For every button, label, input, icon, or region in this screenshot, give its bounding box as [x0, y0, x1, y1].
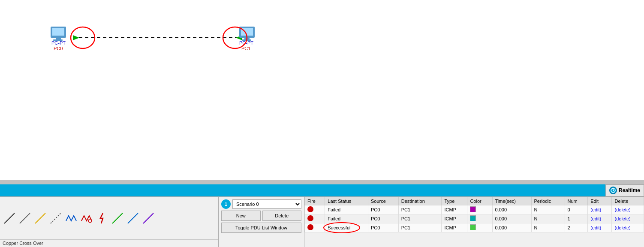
tool-purple-line[interactable] [141, 211, 155, 225]
fire-dot-0 [307, 206, 313, 212]
pdu-scenario-panel: 1 Scenario 0 New Delete Toggle PDU List … [219, 197, 304, 247]
pdu-table-panel: Fire Last Status Source Destination Type… [304, 197, 644, 247]
svg-line-6 [51, 213, 61, 223]
col-fire: Fire [305, 197, 325, 205]
dest-cell-0: PC1 [398, 205, 442, 214]
tool-straight-line[interactable] [3, 211, 16, 225]
fire-dot-2 [307, 224, 313, 230]
time-cell-0: 0.000 [492, 205, 531, 214]
edit-cell-1[interactable]: (edit) [588, 214, 612, 223]
col-source: Source [368, 197, 398, 205]
num-cell-0: 0 [565, 205, 588, 214]
pdu-table-body: Failed PC0 PC1 ICMP 0.000 N 0 (edit) (de… [305, 205, 644, 232]
col-edit: Edit [588, 197, 612, 205]
dest-cell-1: PC1 [398, 214, 442, 223]
pdu-buttons-row: New Delete [221, 211, 301, 221]
type-cell-0: ICMP [442, 205, 467, 214]
svg-line-2 [613, 190, 614, 191]
fire-dot-1 [307, 215, 313, 221]
edit-link-0[interactable]: (edit) [590, 207, 601, 212]
tool-blue-line[interactable] [126, 211, 140, 225]
blue-header-bar: Realtime [0, 184, 644, 196]
delete-link-0[interactable]: (delete) [614, 207, 630, 212]
tools-panel: Copper Cross Over [0, 197, 219, 247]
svg-line-9 [128, 213, 138, 223]
fire-cell-0 [305, 205, 325, 214]
edit-cell-2[interactable]: (edit) [588, 223, 612, 232]
type-cell-1: ICMP [442, 214, 467, 223]
pdu-list-table: Fire Last Status Source Destination Type… [304, 197, 644, 232]
col-num: Num [565, 197, 588, 205]
realtime-icon [609, 187, 617, 194]
bottom-toolbar: Copper Cross Over ▶ 1 Scenario 0 New Del… [0, 196, 644, 247]
edit-link-2[interactable]: (edit) [590, 225, 601, 230]
fire-cell-1 [305, 214, 325, 223]
col-periodic: Periodic [531, 197, 565, 205]
svg-line-8 [112, 213, 123, 223]
color-swatch-0 [470, 206, 476, 212]
pc1-sublabel: PC1 [241, 46, 250, 51]
arrow-pc0 [73, 35, 79, 40]
pc0-label: PC-PT [51, 40, 66, 45]
periodic-cell-0: N [531, 205, 565, 214]
status-cell-0: Failed [325, 205, 368, 214]
edit-cell-0[interactable]: (edit) [588, 205, 612, 214]
realtime-button[interactable]: Realtime [605, 184, 644, 196]
pc0-screen [52, 28, 64, 36]
tool-green-line[interactable] [111, 211, 124, 225]
time-cell-2: 0.000 [492, 223, 531, 232]
color-swatch-1 [470, 215, 476, 221]
dest-cell-2: PC1 [398, 223, 442, 232]
num-cell-1: 1 [565, 214, 588, 223]
delete-cell-0[interactable]: (delete) [612, 205, 644, 214]
tools-icons-row [0, 197, 218, 239]
network-canvas-area: PC-PT PC0 PC-PT PC1 [0, 0, 644, 180]
delete-cell-1[interactable]: (delete) [612, 214, 644, 223]
network-diagram: PC-PT PC0 PC-PT PC1 [0, 0, 644, 180]
scenario-row: 1 Scenario 0 [221, 199, 301, 209]
source-cell-2: PC0 [368, 223, 398, 232]
source-cell-0: PC0 [368, 205, 398, 214]
source-cell-1: PC0 [368, 214, 398, 223]
status-cell-2: Successful [325, 223, 368, 232]
tool-yellow-line[interactable] [33, 211, 47, 225]
tool-dotted-line[interactable] [49, 211, 63, 225]
col-last-status: Last Status [325, 197, 368, 205]
toggle-pdu-button[interactable]: Toggle PDU List Window [221, 223, 301, 233]
tool-red-lightning[interactable] [95, 211, 109, 225]
svg-line-3 [4, 213, 15, 223]
table-row: Successful PC0 PC1 ICMP 0.000 N 2 [305, 223, 644, 232]
col-destination: Destination [398, 197, 442, 205]
svg-line-4 [20, 213, 30, 223]
annotation-circle-successful [322, 222, 361, 234]
tools-label: Copper Cross Over [0, 239, 218, 247]
svg-point-11 [324, 223, 360, 233]
edit-link-1[interactable]: (edit) [590, 216, 601, 221]
periodic-cell-1: N [531, 214, 565, 223]
delete-cell-2[interactable]: (delete) [612, 223, 644, 232]
color-swatch-2 [470, 224, 476, 230]
delete-link-1[interactable]: (delete) [614, 216, 630, 221]
color-cell-0 [467, 205, 492, 214]
realtime-label: Realtime [619, 187, 640, 193]
table-header-row: Fire Last Status Source Destination Type… [305, 197, 644, 205]
color-cell-2 [467, 223, 492, 232]
tool-diagonal-line[interactable] [18, 211, 32, 225]
table-row: Failed PC0 PC1 ICMP 0.000 N 1 (edit) (de… [305, 214, 644, 223]
svg-line-10 [143, 213, 153, 223]
svg-line-5 [35, 213, 45, 223]
delete-button[interactable]: Delete [262, 211, 302, 221]
tool-zigzag-line[interactable] [64, 211, 78, 225]
gray-separator [0, 180, 644, 184]
pc0-stand [56, 38, 61, 39]
fire-cell-2 [305, 223, 325, 232]
type-cell-2: ICMP [442, 223, 467, 232]
tool-red-zigzag-circle[interactable] [80, 211, 93, 225]
svg-point-7 [88, 219, 92, 223]
scenario-dropdown[interactable]: Scenario 0 [232, 199, 301, 209]
delete-link-2[interactable]: (delete) [614, 225, 630, 230]
col-delete: Delete [612, 197, 644, 205]
table-row: Failed PC0 PC1 ICMP 0.000 N 0 (edit) (de… [305, 205, 644, 214]
periodic-cell-2: N [531, 223, 565, 232]
new-button[interactable]: New [221, 211, 261, 221]
